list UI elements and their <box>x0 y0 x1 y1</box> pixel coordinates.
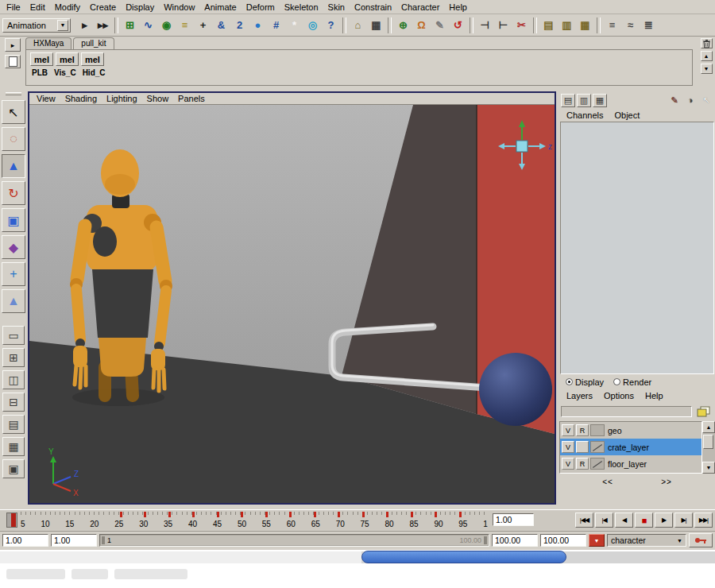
scale-tool[interactable]: ▣ <box>2 208 25 232</box>
pencil-icon[interactable]: ✎ <box>431 16 449 34</box>
shelf-mel-button[interactable]: mel <box>56 52 79 66</box>
snap-to-point-icon[interactable]: ◉ <box>157 16 176 34</box>
half-shade-icon[interactable]: ◑ <box>683 94 698 107</box>
rewind-shelf-icon[interactable]: ▸ <box>75 16 94 34</box>
scroll-thumb[interactable] <box>703 435 713 449</box>
shelf-tab-hxmaya[interactable]: HXMaya <box>25 37 72 50</box>
light-burst-icon[interactable]: * <box>285 16 303 34</box>
render-radio[interactable]: Render <box>613 377 651 387</box>
align-objects-icon[interactable]: ≡ <box>603 16 621 34</box>
layer-type-toggle[interactable]: R <box>576 424 589 436</box>
animation-end-field[interactable]: 100.00 <box>492 534 538 547</box>
shelf-tab-pull-kit[interactable]: pull_kit <box>73 37 114 50</box>
dope-sheet-icon[interactable]: ▥ <box>558 16 576 34</box>
current-time-indicator[interactable] <box>6 513 17 528</box>
create-layer-button[interactable] <box>694 404 713 419</box>
auto-keyframe-toggle[interactable] <box>689 533 713 547</box>
menu-constrain[interactable]: Constrain <box>350 1 396 14</box>
lasso-select-tool[interactable]: ◌ <box>2 127 25 151</box>
go-to-end-button[interactable]: ▶▶| <box>694 513 713 528</box>
menu-set-dropdown[interactable]: Animation ▼ <box>2 18 71 33</box>
layer-visibility-toggle[interactable]: V <box>562 458 574 470</box>
snap-to-curve-icon[interactable]: ∿ <box>139 16 157 34</box>
menu-modify[interactable]: Modify <box>50 1 85 14</box>
plug-icon[interactable]: ⊕ <box>394 16 412 34</box>
scroll-down-button[interactable]: ▼ <box>702 462 715 474</box>
paint-attributes-icon[interactable]: ✎ <box>667 94 682 107</box>
forward-shelf-icon[interactable]: ▸▸ <box>94 16 112 34</box>
layer-type-toggle[interactable]: R <box>576 458 589 470</box>
menu-skin[interactable]: Skin <box>323 1 350 14</box>
ipr-render-icon[interactable]: ◎ <box>303 16 322 34</box>
layer-editor-icon[interactable]: ▥ <box>577 94 591 107</box>
menu-character[interactable]: Character <box>396 1 444 14</box>
viewport-menu-panels[interactable]: Panels <box>173 94 210 103</box>
channel-layer-split-icon[interactable]: ▦ <box>593 94 607 107</box>
help-line-icon[interactable]: ? <box>322 16 340 34</box>
menu-skeleton[interactable]: Skeleton <box>280 1 323 14</box>
brush-stroke-icon[interactable]: ↺ <box>449 16 467 34</box>
layer-color-swatch[interactable] <box>590 424 605 436</box>
time-slider[interactable]: 51015202530354045505560657075808590951 1… <box>0 509 715 530</box>
go-to-start-button[interactable]: |◀◀ <box>575 513 593 528</box>
animation-start-field[interactable]: 1.00 <box>51 534 97 547</box>
grid-display-icon[interactable]: # <box>267 16 285 34</box>
menu-edit[interactable]: Edit <box>25 1 50 14</box>
viewport-menu-show[interactable]: Show <box>142 94 174 103</box>
select-tool[interactable]: ↖ <box>2 100 25 124</box>
two-pane-stacked-layout-button[interactable]: ⊟ <box>2 393 25 412</box>
current-frame-field[interactable]: 1.00 <box>493 513 534 526</box>
layer-menu-help[interactable]: Help <box>640 391 669 400</box>
layer-scrollbar[interactable]: ▲ ▼ <box>702 421 715 474</box>
playback-end-field[interactable]: 100.00 <box>540 534 586 547</box>
layer-row-geo[interactable]: VRgeo <box>560 422 701 439</box>
stop-button[interactable]: ■ <box>635 513 653 528</box>
channel-box-empty-area[interactable] <box>560 122 714 374</box>
single-pane-layout-button[interactable]: ▭ <box>2 326 25 345</box>
graph-editor-icon[interactable]: ▤ <box>539 16 558 34</box>
select-arrow-icon[interactable]: ↖ <box>699 94 713 107</box>
show-manipulator-tool[interactable]: + <box>2 262 25 286</box>
layer-visibility-toggle[interactable]: V <box>562 424 574 436</box>
rotate-tool[interactable]: ↻ <box>2 181 25 205</box>
character-set-menu-button[interactable]: ▼ <box>589 534 605 547</box>
shelf-script-button-plb[interactable]: PLB <box>32 68 48 77</box>
menu-window[interactable]: Window <box>159 1 199 14</box>
menu-file[interactable]: File <box>2 1 25 14</box>
step-forward-frame-button[interactable]: ▶ <box>655 513 673 528</box>
menu-create[interactable]: Create <box>85 1 121 14</box>
range-slider-handle[interactable]: 1 100.00 <box>101 536 488 545</box>
soft-mod-tool[interactable]: ◆ <box>2 235 25 259</box>
layer-color-swatch[interactable] <box>590 441 605 453</box>
range-slider[interactable]: 1 100.00 <box>99 534 489 547</box>
step-forward-key-button[interactable]: ▶| <box>674 513 693 528</box>
shelf-mel-button[interactable]: mel <box>81 52 104 66</box>
magnet-icon[interactable]: Ω <box>412 16 431 34</box>
viewport-menu-shading[interactable]: Shading <box>60 94 102 103</box>
menu-display[interactable]: Display <box>121 1 159 14</box>
shelf-scroll-down-button[interactable]: ▼ <box>701 64 713 74</box>
hypergraph-layout-button[interactable]: ▦ <box>2 437 25 456</box>
last-tool-used[interactable]: ▲ <box>2 289 25 313</box>
input-output-connections-icon[interactable]: & <box>212 16 230 34</box>
pager-next-button[interactable]: >> <box>650 477 683 487</box>
scroll-up-button[interactable]: ▲ <box>702 421 715 433</box>
snap-together-icon[interactable]: ≈ <box>621 16 640 34</box>
viewport-menu-view[interactable]: View <box>32 94 60 103</box>
ball-object[interactable] <box>479 353 552 426</box>
four-pane-layout-button[interactable]: ⊞ <box>2 348 25 367</box>
shelf-script-button-vis_c[interactable]: Vis_C <box>54 68 76 77</box>
panel-menu-object[interactable]: Object <box>609 110 645 120</box>
bank-icon[interactable]: ⌂ <box>349 16 367 34</box>
persp-graph-layout-button[interactable]: ▣ <box>2 459 25 478</box>
step-back-key-button[interactable]: |◀ <box>595 513 613 528</box>
pager-prev-button[interactable]: << <box>591 477 624 487</box>
timeline-ruler[interactable]: 51015202530354045505560657075808590951 <box>21 512 488 528</box>
panel-menu-channels[interactable]: Channels <box>561 110 609 120</box>
paste-right-icon[interactable]: ⊢ <box>494 16 512 34</box>
persp-outliner-layout-button[interactable]: ▤ <box>2 415 25 434</box>
multi-align-icon[interactable]: ≣ <box>640 16 658 34</box>
paste-left-icon[interactable]: ⊣ <box>476 16 494 34</box>
display-radio[interactable]: Display <box>566 377 604 387</box>
shelf-mel-button[interactable]: mel <box>30 52 53 66</box>
